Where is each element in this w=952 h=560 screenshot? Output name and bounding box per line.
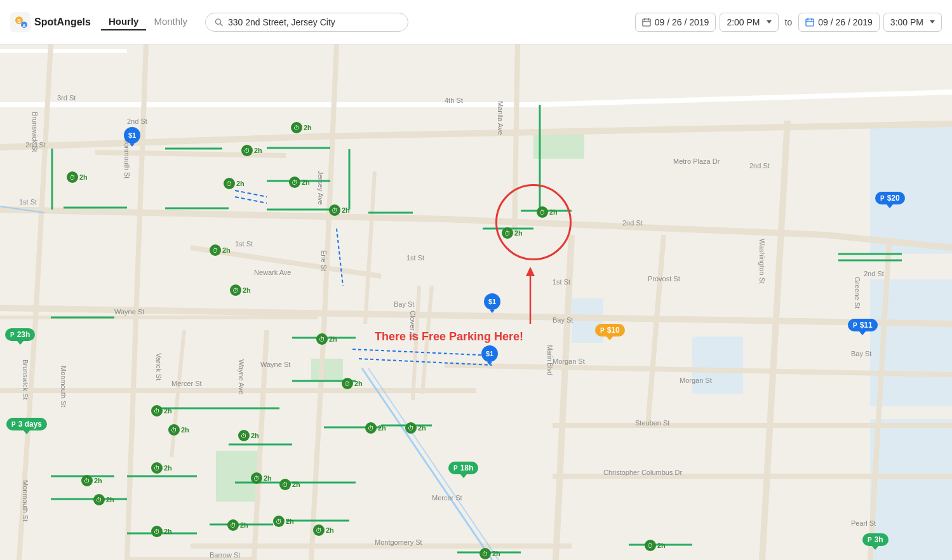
parking-clock-15[interactable]: ⏱ 2h bbox=[342, 378, 363, 389]
parking-garage-10[interactable]: P $10 bbox=[595, 324, 625, 340]
dollar-marker-1[interactable]: $1 bbox=[124, 127, 140, 147]
parking-clock-24[interactable]: ⏱ 2h bbox=[313, 524, 334, 536]
parking-clock-9[interactable]: ⏱ 2h bbox=[537, 206, 558, 218]
map-svg bbox=[0, 44, 952, 560]
parking-clock-5[interactable]: ⏱ 2h bbox=[289, 177, 310, 188]
svg-rect-21 bbox=[311, 359, 343, 381]
svg-text:A: A bbox=[22, 23, 26, 29]
parking-garage-11[interactable]: P $11 bbox=[848, 319, 878, 335]
search-box[interactable] bbox=[205, 13, 408, 32]
parking-clock-3[interactable]: ⏱ 2h bbox=[224, 178, 245, 189]
to-time-chevron bbox=[930, 20, 935, 23]
logo-text: SpotAngels bbox=[34, 17, 91, 28]
calendar-icon-2 bbox=[805, 18, 814, 27]
parking-garage-20[interactable]: P $20 bbox=[875, 192, 905, 208]
from-date-value: 09 / 26 / 2019 bbox=[655, 17, 709, 27]
parking-clock-28[interactable]: ⏱ 2h bbox=[279, 479, 300, 490]
parking-clock-21[interactable]: ⏱ 2h bbox=[151, 526, 172, 537]
from-time-picker[interactable]: 2:00 PM bbox=[720, 13, 778, 32]
parking-clock-26[interactable]: ⏱ 2h bbox=[645, 540, 666, 551]
from-time-value: 2:00 PM bbox=[727, 17, 760, 27]
svg-line-6 bbox=[220, 23, 222, 25]
parking-clock-10[interactable]: ⏱ 2h bbox=[502, 227, 523, 239]
parking-garage-3h[interactable]: P 3h bbox=[862, 533, 888, 550]
to-label: to bbox=[782, 17, 795, 27]
parking-clock-20[interactable]: ⏱ 2h bbox=[151, 462, 172, 474]
parking-clock-11[interactable]: ⏱ 2h bbox=[151, 405, 172, 417]
svg-rect-20 bbox=[692, 337, 743, 394]
to-time-value: 3:00 PM bbox=[890, 17, 923, 27]
to-date-value: 09 / 26 / 2019 bbox=[818, 17, 873, 27]
map-container[interactable]: 3rd St 2nd St 2nd St 1st St 1st St 1st S… bbox=[0, 44, 952, 560]
logo: S A SpotAngels bbox=[10, 12, 91, 32]
parking-clock-4[interactable]: ⏱ 2h bbox=[291, 122, 312, 133]
parking-clock-17[interactable]: ⏱ 2h bbox=[405, 422, 426, 434]
svg-text:S: S bbox=[17, 18, 21, 24]
from-time-chevron bbox=[767, 20, 772, 23]
parking-clock-7[interactable]: ⏱ 2h bbox=[210, 244, 231, 256]
search-input[interactable] bbox=[228, 17, 399, 27]
dollar-marker-2[interactable]: $1 bbox=[484, 293, 500, 313]
nav-tabs: Hourly Monthly bbox=[101, 13, 195, 30]
from-date-picker[interactable]: 09 / 26 / 2019 bbox=[635, 13, 716, 32]
tab-monthly[interactable]: Monthly bbox=[146, 13, 195, 30]
svg-rect-7 bbox=[643, 19, 650, 26]
parking-clock-8[interactable]: ⏱ 2h bbox=[230, 284, 251, 296]
datetime-section: 09 / 26 / 2019 2:00 PM to 09 / 26 / 2019… bbox=[635, 13, 942, 32]
svg-line-56 bbox=[514, 44, 518, 235]
parking-garage-23h[interactable]: P 23h bbox=[5, 328, 35, 345]
parking-clock-25[interactable]: ⏱ 2h bbox=[479, 548, 500, 559]
tab-hourly[interactable]: Hourly bbox=[101, 13, 147, 30]
parking-clock-2[interactable]: ⏱ 2h bbox=[241, 145, 262, 156]
parking-garage-3days[interactable]: P 3 days bbox=[6, 418, 47, 434]
parking-clock-27[interactable]: ⏱ 2h bbox=[251, 472, 272, 484]
logo-icon: S A bbox=[10, 12, 30, 32]
parking-clock-16[interactable]: ⏱ 2h bbox=[365, 422, 386, 434]
svg-rect-23 bbox=[533, 133, 584, 159]
parking-clock-6[interactable]: ⏱ 2h bbox=[329, 204, 350, 216]
parking-clock-19[interactable]: ⏱ 2h bbox=[93, 494, 114, 505]
svg-rect-16 bbox=[870, 127, 952, 254]
header: S A SpotAngels Hourly Monthly 09 / 26 / … bbox=[0, 0, 952, 44]
to-time-picker[interactable]: 3:00 PM bbox=[883, 13, 942, 32]
parking-clock-14[interactable]: ⏱ 2h bbox=[316, 333, 337, 345]
parking-clock-13[interactable]: ⏱ 2h bbox=[238, 430, 259, 441]
search-icon bbox=[215, 18, 223, 27]
dollar-marker-3[interactable]: $1 bbox=[481, 345, 498, 365]
parking-clock-12[interactable]: ⏱ 2h bbox=[168, 424, 189, 436]
to-date-picker[interactable]: 09 / 26 / 2019 bbox=[798, 13, 880, 32]
svg-rect-11 bbox=[806, 19, 814, 26]
parking-clock-23[interactable]: ⏱ 2h bbox=[273, 516, 294, 527]
parking-garage-18h[interactable]: P 18h bbox=[448, 462, 478, 478]
calendar-icon bbox=[642, 18, 651, 27]
parking-clock-22[interactable]: ⏱ 2h bbox=[227, 519, 248, 531]
parking-clock-18[interactable]: ⏱ 2h bbox=[81, 475, 102, 486]
parking-clock-1[interactable]: ⏱ 2h bbox=[67, 171, 88, 183]
